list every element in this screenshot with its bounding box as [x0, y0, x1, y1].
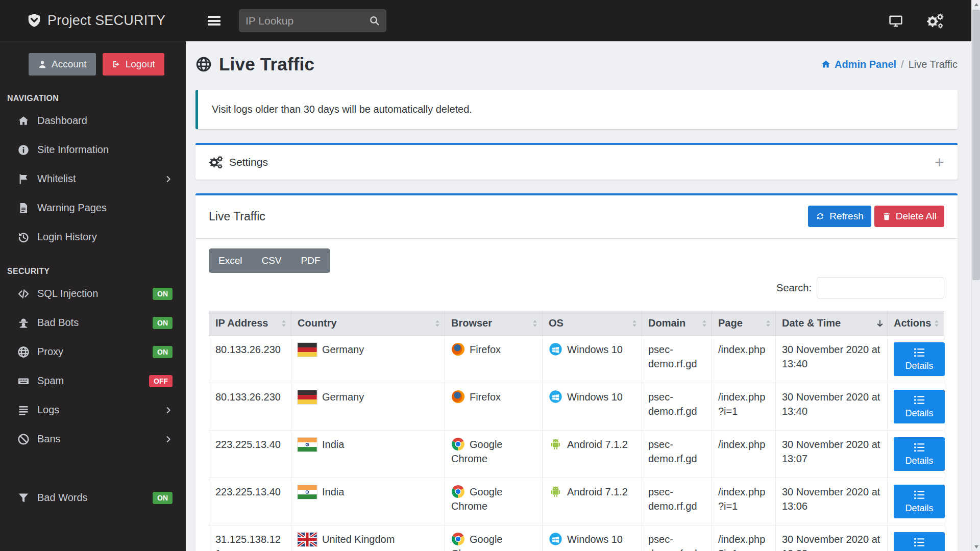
details-button[interactable]: Details [894, 390, 945, 423]
browser-cell: Firefox [445, 383, 543, 431]
windows-icon [549, 342, 562, 356]
os-cell: Windows 10 [543, 383, 642, 431]
column-header-os[interactable]: OS [543, 311, 642, 336]
country-cell: India [291, 431, 445, 478]
monitor-icon[interactable] [889, 14, 903, 28]
chrome-icon [451, 485, 465, 498]
domain-cell: psec-demo.rf.gd [642, 478, 712, 525]
windows-icon [549, 532, 562, 546]
info-alert: Visit logs older than 30 days will be au… [195, 90, 958, 129]
breadcrumb-admin-panel[interactable]: Admin Panel [821, 59, 896, 70]
column-header-country[interactable]: Country [291, 311, 445, 336]
ban-icon [17, 433, 30, 446]
export-csv-button[interactable]: CSV [252, 248, 291, 273]
table-row: 80.133.26.230 Germany Firefox Windows 10… [209, 336, 944, 383]
sidebar-item-site-information[interactable]: Site Information [0, 135, 186, 164]
brand[interactable]: Project SECURITY [0, 0, 186, 41]
export-excel-button[interactable]: Excel [209, 248, 252, 273]
settings-panel[interactable]: Settings + [195, 143, 958, 180]
scrollbar-thumb[interactable] [972, 10, 980, 280]
list-details-icon [914, 490, 925, 499]
list-details-icon [914, 538, 925, 547]
os-cell: Android 7.1.2 [543, 478, 642, 525]
chevron-right-icon [164, 435, 173, 443]
scrollbar-down-arrow[interactable] [972, 542, 980, 551]
table-row: 223.225.13.40 India Google Chrome Androi… [209, 431, 944, 478]
datetime-cell: 30 November 2020 at 13:07 [776, 431, 888, 478]
sidebar-item-label: Spam [37, 375, 64, 387]
actions-cell: Details [888, 525, 944, 551]
scrollbar-up-arrow[interactable] [972, 0, 980, 9]
details-button[interactable]: Details [894, 437, 945, 471]
filter-icon [17, 491, 30, 505]
domain-cell: psec-demo.rf.gd [642, 336, 712, 383]
topbar [186, 0, 971, 41]
column-header-browser[interactable]: Browser [445, 311, 543, 336]
column-header-ip[interactable]: IP Address [209, 311, 291, 336]
sidebar-item-label: Whitelist [37, 173, 76, 185]
status-badge: ON [153, 346, 173, 358]
sidebar-item-label: Proxy [37, 346, 63, 358]
brand-name: Project SECURITY [47, 13, 165, 29]
delete-all-button[interactable]: Delete All [874, 206, 944, 227]
details-button[interactable]: Details [894, 532, 945, 551]
sidebar-item-label: Login History [37, 231, 97, 243]
sidebar-item-warning-pages[interactable]: Warning Pages [0, 193, 186, 222]
sidebar-item-logs[interactable]: Logs [0, 395, 186, 424]
user-icon [38, 60, 47, 69]
actions-cell: Details [888, 383, 944, 431]
country-cell: Germany [291, 383, 445, 431]
info-circle-icon [17, 143, 30, 157]
details-button[interactable]: Details [894, 342, 945, 376]
search-icon[interactable] [369, 15, 380, 26]
card-header: Live Traffic Refresh Delete All [195, 195, 958, 239]
account-button[interactable]: Account [29, 53, 96, 76]
details-button[interactable]: Details [894, 485, 945, 518]
section-header: SECURITY [7, 267, 186, 276]
sidebar-item-login-history[interactable]: Login History [0, 222, 186, 252]
refresh-button[interactable]: Refresh [808, 206, 871, 227]
live-traffic-card: Live Traffic Refresh Delete All Excel CS… [195, 193, 958, 551]
hamburger-icon[interactable] [208, 14, 220, 28]
sort-icon [531, 319, 538, 327]
sidebar-item-bad-bots[interactable]: Bad Bots ON [0, 308, 186, 337]
card-title: Live Traffic [209, 210, 265, 223]
sidebar-item-spam[interactable]: Spam OFF [0, 366, 186, 395]
column-header-page[interactable]: Page [712, 311, 776, 336]
ip-cell: 223.225.13.40 [209, 431, 291, 478]
sidebar-item-sql-injection[interactable]: SQL Injection ON [0, 279, 186, 308]
table-search-input[interactable] [817, 277, 944, 298]
os-cell: Windows 10 [543, 525, 642, 551]
ip-cell: 223.225.13.40 [209, 478, 291, 525]
page-scrollbar[interactable] [971, 0, 980, 551]
sidebar-item-dashboard[interactable]: Dashboard [0, 106, 186, 135]
table-header-row: IP Address Country Browser OS Domain Pag… [209, 311, 944, 336]
uk-flag [298, 533, 317, 546]
actions-cell: Details [888, 478, 944, 525]
column-header-datetime[interactable]: Date & Time [776, 311, 888, 336]
expand-plus-button[interactable]: + [935, 157, 944, 167]
column-header-domain[interactable]: Domain [642, 311, 712, 336]
sidebar-item-bad-words[interactable]: Bad Words ON [0, 483, 186, 512]
search-input[interactable] [246, 15, 369, 27]
home-icon [821, 59, 831, 69]
gears-icon[interactable] [926, 13, 944, 29]
country-cell: Germany [291, 336, 445, 383]
flag-icon [17, 172, 30, 186]
country-cell: India [291, 478, 445, 525]
datetime-cell: 30 November 2020 at 13:06 [776, 478, 888, 525]
list-details-icon [914, 348, 925, 357]
column-header-actions[interactable]: Actions [888, 311, 944, 336]
sidebar-item-whitelist[interactable]: Whitelist [0, 164, 186, 193]
sidebar-item-bans[interactable]: Bans [0, 424, 186, 454]
windows-icon [549, 390, 562, 404]
account-label: Account [52, 59, 87, 70]
browser-cell: Google Chrome [445, 478, 543, 525]
export-pdf-button[interactable]: PDF [291, 248, 330, 273]
android-icon [549, 437, 562, 451]
sidebar-item-proxy[interactable]: Proxy ON [0, 337, 186, 366]
android-icon [549, 485, 562, 498]
sidebar: Project SECURITY Account Logout NAVIGATI… [0, 0, 186, 551]
logout-button[interactable]: Logout [103, 53, 164, 76]
sidebar-item-label: Logs [37, 404, 59, 416]
